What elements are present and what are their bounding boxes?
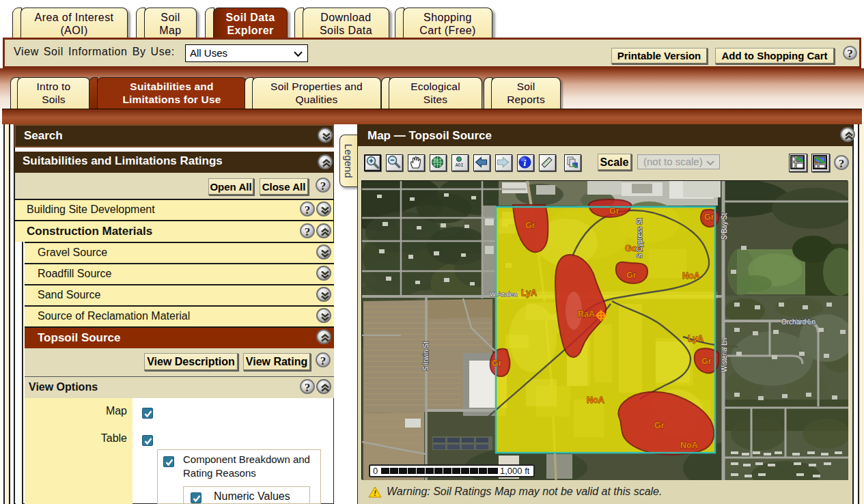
svg-text:Wisteria Ln: Wisteria Ln <box>721 338 728 372</box>
svg-text:!: ! <box>374 489 376 497</box>
svg-text:Gr: Gr <box>609 206 619 216</box>
svg-text:AOI: AOI <box>456 163 464 168</box>
svg-text:NoA: NoA <box>680 440 698 450</box>
svg-text:LyA: LyA <box>688 334 703 344</box>
svg-text:LyA: LyA <box>521 288 537 298</box>
svg-text:Gr: Gr <box>525 221 535 230</box>
svg-text:Gr: Gr <box>626 270 637 280</box>
svg-text:Gr: Gr <box>704 212 714 222</box>
svg-text:Orchard Ln: Orchard Ln <box>781 318 816 326</box>
svg-text:Gr: Gr <box>654 421 665 430</box>
svg-text:0: 0 <box>373 466 378 476</box>
svg-text:Gr: Gr <box>701 356 712 366</box>
svg-text:S Cypress St: S Cypress St <box>636 218 643 258</box>
svg-text:W Azalea: W Azalea <box>490 290 518 298</box>
svg-text:S Bay St: S Bay St <box>721 213 728 240</box>
svg-text:RaA: RaA <box>578 309 595 319</box>
svg-text:NoA: NoA <box>682 271 700 281</box>
svg-text:S Irwin St: S Irwin St <box>422 341 430 371</box>
svg-text:Gr: Gr <box>492 359 502 368</box>
svg-text:i: i <box>524 158 527 168</box>
svg-text:1,000 ft: 1,000 ft <box>500 466 530 476</box>
svg-text:NoA: NoA <box>587 395 604 405</box>
